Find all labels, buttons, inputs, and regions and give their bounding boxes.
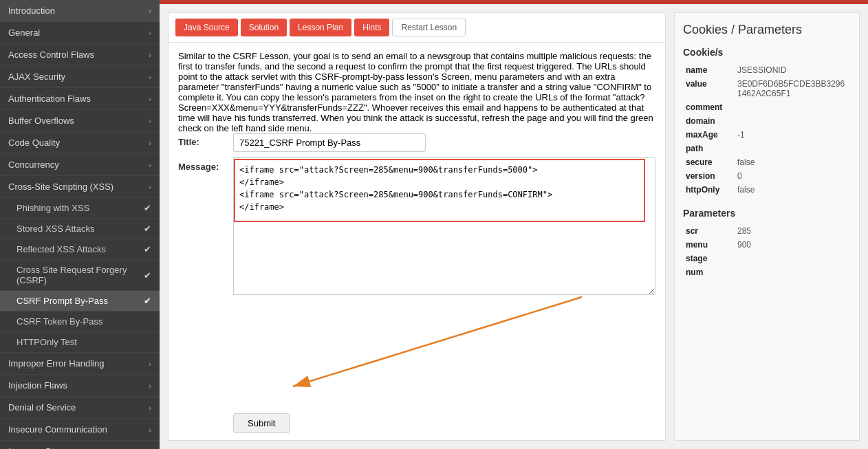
cookie-value: JSESSIONID xyxy=(735,63,851,77)
cookie-value: 0 xyxy=(735,169,851,183)
lesson-body: Similar to the CSRF Lesson, your goal is… xyxy=(169,43,665,412)
cookie-value: -1 xyxy=(735,128,851,142)
message-textarea[interactable]: <iframe src="attack?Screen=285&menu=900&… xyxy=(233,157,655,295)
check-icon: ✔ xyxy=(144,203,151,213)
chevron-right-icon: › xyxy=(149,404,151,412)
chevron-right-icon: › xyxy=(149,382,151,390)
sidebar-subitem-csrf-token[interactable]: CSRF Token By-Pass xyxy=(0,311,160,332)
chevron-right-icon: › xyxy=(149,95,151,103)
chevron-right-icon: › xyxy=(149,73,151,81)
sidebar-item-access-control[interactable]: Access Control Flaws › xyxy=(0,44,160,66)
sidebar-subitem-phishing-xss[interactable]: Phishing with XSS ✔ xyxy=(0,198,160,219)
sidebar-subitem-label: CSRF Prompt By-Pass xyxy=(17,296,108,306)
title-label: Title: xyxy=(178,133,233,147)
check-icon: ✔ xyxy=(144,244,151,254)
chevron-right-icon: › xyxy=(149,51,151,59)
tab-restart-lesson[interactable]: Restart Lesson xyxy=(392,19,466,36)
param-row: stage xyxy=(683,252,851,265)
params-table: scr285menu900stagenum xyxy=(683,224,851,279)
sidebar-item-xss[interactable]: Cross-Site Scripting (XSS) › xyxy=(0,176,160,198)
chevron-right-icon: › xyxy=(149,7,151,15)
param-name: menu xyxy=(683,238,735,252)
sidebar-item-introduction[interactable]: Introduction › xyxy=(0,0,160,22)
check-icon: ✔ xyxy=(144,270,151,281)
message-row: Message: <iframe src="attack?Screen=285&… xyxy=(178,157,655,400)
cookie-name: value xyxy=(683,77,735,100)
chevron-right-icon: › xyxy=(149,426,151,434)
sidebar-subitem-label: Reflected XSS Attacks xyxy=(17,244,106,254)
sidebar-item-code-quality[interactable]: Code Quality › xyxy=(0,132,160,154)
sidebar-subitem-stored-xss[interactable]: Stored XSS Attacks ✔ xyxy=(0,219,160,239)
orange-arrow xyxy=(233,290,655,400)
chevron-right-icon: › xyxy=(149,139,151,147)
param-row: num xyxy=(683,265,851,279)
sidebar-subitem-csrf[interactable]: Cross Site Request Forgery (CSRF) ✔ xyxy=(0,260,160,291)
sidebar-item-label: Insecure Storage xyxy=(8,446,76,449)
sidebar-subitem-httponly[interactable]: HTTPOnly Test xyxy=(0,332,160,353)
cookie-row: comment xyxy=(683,100,851,114)
sidebar-item-buffer[interactable]: Buffer Overflows › xyxy=(0,110,160,132)
sidebar-subitem-label: Cross Site Request Forgery (CSRF) xyxy=(17,265,144,285)
cookies-table: nameJSESSIONIDvalue3E0DF6D6B5FCDE3BB3296… xyxy=(683,63,851,197)
sidebar-item-label: Cross-Site Scripting (XSS) xyxy=(8,182,113,192)
sidebar-item-label: Code Quality xyxy=(8,138,60,148)
title-input[interactable] xyxy=(233,133,426,152)
sidebar-item-label: Denial of Service xyxy=(8,402,76,413)
cookie-name: comment xyxy=(683,100,735,114)
check-icon: ✔ xyxy=(144,296,151,306)
check-icon: ✔ xyxy=(144,223,151,234)
cookie-value: false xyxy=(735,183,851,197)
submit-row: Submit xyxy=(169,412,665,440)
tab-java-source[interactable]: Java Source xyxy=(175,19,238,36)
sidebar-item-insecure-comm[interactable]: Insecure Communication › xyxy=(0,419,160,441)
param-name: num xyxy=(683,265,735,279)
content-area: Java Source Solution Lesson Plan Hints R… xyxy=(160,4,868,449)
cookie-name: httpOnly xyxy=(683,183,735,197)
cookie-name: version xyxy=(683,169,735,183)
sidebar-subitem-label: Stored XSS Attacks xyxy=(17,223,94,234)
sidebar-subitem-csrf-prompt[interactable]: CSRF Prompt By-Pass ✔ xyxy=(0,291,160,311)
chevron-right-icon: › xyxy=(149,183,151,191)
title-row: Title: xyxy=(178,133,655,152)
sidebar: Introduction › General › Access Control … xyxy=(0,0,160,449)
sidebar-item-insecure-storage[interactable]: Insecure Storage › xyxy=(0,441,160,449)
cookie-row: securefalse xyxy=(683,155,851,169)
tab-hints[interactable]: Hints xyxy=(354,19,389,36)
cookie-row: domain xyxy=(683,114,851,128)
sidebar-item-improper-error[interactable]: Improper Error Handling › xyxy=(0,353,160,375)
lesson-description: Similar to the CSRF Lesson, your goal is… xyxy=(178,51,655,133)
tab-lesson-plan[interactable]: Lesson Plan xyxy=(290,19,351,36)
param-row: menu900 xyxy=(683,238,851,252)
cookie-row: version0 xyxy=(683,169,851,183)
right-panel-title: Cookies / Parameters xyxy=(683,23,851,37)
cookie-value xyxy=(735,114,851,128)
sidebar-item-dos[interactable]: Denial of Service › xyxy=(0,397,160,419)
tab-solution[interactable]: Solution xyxy=(241,19,287,36)
sidebar-item-injection[interactable]: Injection Flaws › xyxy=(0,375,160,397)
sidebar-item-general[interactable]: General › xyxy=(0,22,160,44)
cookie-value xyxy=(735,142,851,155)
cookie-row: httpOnlyfalse xyxy=(683,183,851,197)
param-row: scr285 xyxy=(683,224,851,238)
sidebar-subitem-label: CSRF Token By-Pass xyxy=(17,316,102,327)
sidebar-item-auth[interactable]: Authentication Flaws › xyxy=(0,88,160,110)
chevron-right-icon: › xyxy=(149,360,151,368)
cookie-name: domain xyxy=(683,114,735,128)
param-name: stage xyxy=(683,252,735,265)
param-value xyxy=(735,265,851,279)
sidebar-item-label: Access Control Flaws xyxy=(8,50,94,60)
param-name: scr xyxy=(683,224,735,238)
main-content: Java Source Solution Lesson Plan Hints R… xyxy=(160,0,868,449)
cookie-value: false xyxy=(735,155,851,169)
sidebar-item-concurrency[interactable]: Concurrency › xyxy=(0,154,160,176)
sidebar-item-ajax[interactable]: AJAX Security › xyxy=(0,66,160,88)
sidebar-subitem-reflected-xss[interactable]: Reflected XSS Attacks ✔ xyxy=(0,239,160,260)
submit-button[interactable]: Submit xyxy=(233,413,290,433)
tab-bar: Java Source Solution Lesson Plan Hints R… xyxy=(169,13,665,43)
sidebar-item-label: Authentication Flaws xyxy=(8,94,91,104)
cookie-value: 3E0DF6D6B5FCDE3BB32961462A2C65F1 xyxy=(735,77,851,100)
cookie-name: secure xyxy=(683,155,735,169)
chevron-right-icon: › xyxy=(149,117,151,125)
param-value: 900 xyxy=(735,238,851,252)
sidebar-subitem-label: Phishing with XSS xyxy=(17,203,89,213)
